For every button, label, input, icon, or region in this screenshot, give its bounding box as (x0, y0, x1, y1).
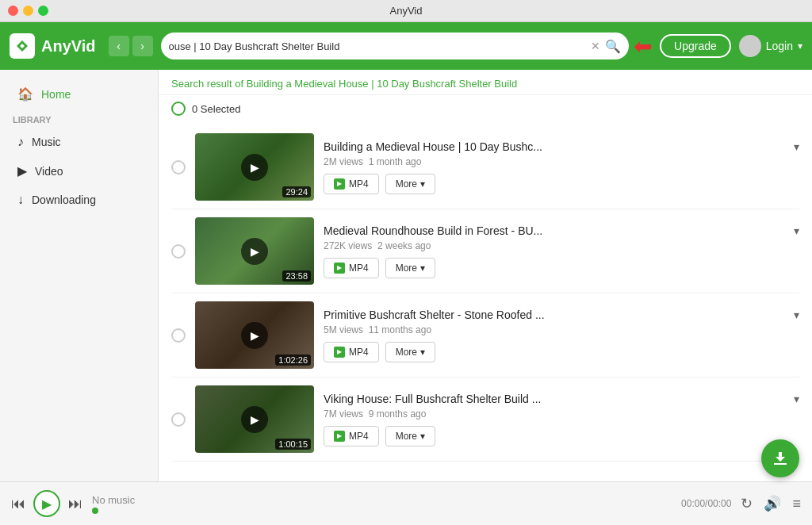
play-overlay-4[interactable]: ▶ (241, 406, 268, 433)
table-row: ▶ 23:58 Medieval Roundhouse Build in For… (171, 209, 799, 293)
video-info-2: Medieval Roundhouse Build in Forest - BU… (324, 224, 799, 278)
sidebar-item-music[interactable]: ♪ Music (5, 128, 153, 155)
sidebar-item-downloading-label: Downloading (32, 194, 96, 206)
video-icon: ▶ (17, 163, 27, 178)
more-button-4[interactable]: More ▾ (385, 426, 435, 446)
video-title-row-3: Primitive Bushcraft Shelter - Stone Roof… (324, 308, 799, 321)
more-button-2[interactable]: More ▾ (385, 258, 435, 278)
play-overlay-2[interactable]: ▶ (241, 238, 268, 265)
video-actions-4: ▶ MP4 More ▾ (324, 426, 799, 446)
mp4-icon-3: ▶ (334, 347, 345, 358)
sidebar-item-home[interactable]: 🏠 Home (5, 80, 153, 108)
search-icon-button[interactable]: 🔍 (605, 39, 621, 54)
back-button[interactable]: ‹ (109, 36, 129, 56)
video-select-3[interactable] (171, 328, 186, 343)
expand-button-2[interactable]: ▾ (794, 224, 799, 237)
video-duration-1: 29:24 (282, 186, 311, 197)
search-bar: ✕ 🔍 (161, 33, 629, 59)
sidebar-item-home-label: Home (41, 88, 71, 101)
video-thumbnail-3[interactable]: ▶ 1:02:26 (195, 301, 314, 369)
upgrade-button[interactable]: Upgrade (660, 34, 731, 58)
logo-area: AnyVid (10, 33, 96, 59)
mp4-button-3[interactable]: ▶ MP4 (324, 342, 379, 362)
download-fab-button[interactable] (761, 439, 799, 477)
player-right-controls: ↻ 🔊 ≡ (741, 495, 801, 512)
mp4-icon-1: ▶ (334, 178, 345, 190)
next-button[interactable]: ⏭ (68, 496, 82, 512)
no-music-label: No music (92, 494, 672, 506)
mp4-button-4[interactable]: ▶ MP4 (324, 426, 379, 446)
video-thumbnail-4[interactable]: ▶ 1:00:15 (195, 385, 314, 453)
chevron-down-icon: ▾ (420, 431, 425, 442)
video-select-4[interactable] (171, 412, 186, 427)
video-meta-2: 272K views 2 weeks ago (324, 240, 799, 251)
sidebar-item-music-label: Music (32, 136, 61, 148)
expand-button-3[interactable]: ▾ (794, 308, 799, 321)
video-meta-4: 7M views 9 months ago (324, 408, 799, 420)
video-title-row-1: Building a Medieval House | 10 Day Bushc… (324, 140, 799, 153)
select-all-circle[interactable] (171, 102, 186, 116)
library-label: Library (0, 109, 158, 128)
video-title-row-4: Viking House: Full Bushcraft Shelter Bui… (324, 393, 799, 405)
title-bar: AnyVid (0, 0, 812, 22)
search-result-prefix: Search result of (171, 78, 247, 90)
more-button-1[interactable]: More ▾ (385, 174, 435, 194)
play-overlay-3[interactable]: ▶ (241, 322, 268, 349)
playlist-button[interactable]: ≡ (792, 496, 801, 512)
video-thumbnail-1[interactable]: ▶ 29:24 (195, 133, 314, 201)
sidebar-item-downloading[interactable]: ↓ Downloading (5, 186, 153, 213)
volume-button[interactable]: 🔊 (764, 495, 781, 512)
download-icon: ↓ (17, 193, 24, 207)
video-duration-2: 23:58 (282, 270, 311, 282)
sidebar-item-video-label: Video (35, 165, 63, 178)
player-controls: ⏮ ▶ ⏭ (11, 490, 82, 517)
video-info-1: Building a Medieval House | 10 Day Bushc… (324, 140, 799, 194)
mp4-button-2[interactable]: ▶ MP4 (324, 258, 379, 278)
avatar (739, 35, 761, 57)
mp4-button-1[interactable]: ▶ MP4 (324, 174, 379, 194)
forward-button[interactable]: › (132, 36, 153, 56)
search-clear-button[interactable]: ✕ (591, 40, 600, 52)
selected-count: 0 Selected (192, 103, 240, 115)
progress-indicator (92, 508, 98, 514)
video-select-2[interactable] (171, 244, 186, 259)
video-select-1[interactable] (171, 160, 186, 174)
toolbar: AnyVid ‹ › ✕ 🔍 ⬅ Upgrade Login ▾ (0, 22, 812, 70)
sidebar-item-video[interactable]: ▶ Video (5, 157, 153, 185)
logo-icon (10, 33, 35, 59)
login-area[interactable]: Login ▾ (739, 35, 802, 57)
search-result-header: Search result of Building a Medieval Hou… (159, 70, 812, 95)
video-title-2: Medieval Roundhouse Build in Forest - BU… (324, 224, 542, 237)
search-result-query: Building a Medieval House | 10 Day Bushc… (247, 78, 518, 90)
video-title-4: Viking House: Full Bushcraft Shelter Bui… (324, 393, 541, 405)
mp4-icon-2: ▶ (334, 262, 345, 274)
logo-text: AnyVid (41, 37, 96, 56)
repeat-button[interactable]: ↻ (741, 495, 753, 512)
maximize-button[interactable] (38, 6, 48, 16)
video-info-4: Viking House: Full Bushcraft Shelter Bui… (324, 393, 799, 446)
close-button[interactable] (8, 6, 18, 16)
player-bar: ⏮ ▶ ⏭ No music 00:00/00:00 ↻ 🔊 ≡ (0, 481, 812, 525)
select-bar: 0 Selected (159, 95, 812, 122)
video-thumbnail-2[interactable]: ▶ 23:58 (195, 217, 314, 285)
login-label: Login (766, 40, 793, 52)
expand-button-1[interactable]: ▾ (794, 140, 799, 153)
window-controls[interactable] (8, 6, 48, 16)
nav-arrows[interactable]: ‹ › (109, 36, 153, 56)
more-button-3[interactable]: More ▾ (385, 342, 435, 362)
play-overlay-1[interactable]: ▶ (241, 154, 268, 181)
minimize-button[interactable] (23, 6, 33, 16)
prev-button[interactable]: ⏮ (11, 496, 25, 512)
video-actions-3: ▶ MP4 More ▾ (324, 342, 799, 362)
mp4-icon-4: ▶ (334, 431, 345, 442)
search-input[interactable] (169, 40, 586, 52)
chevron-down-icon: ▾ (420, 178, 425, 190)
track-info: No music (92, 494, 672, 514)
expand-button-4[interactable]: ▾ (794, 393, 799, 405)
chevron-down-icon: ▾ (798, 40, 802, 52)
table-row: ▶ 1:00:15 Viking House: Full Bushcraft S… (171, 377, 799, 462)
play-pause-button[interactable]: ▶ (33, 490, 60, 517)
chevron-down-icon: ▾ (420, 262, 425, 274)
home-icon: 🏠 (17, 86, 33, 102)
video-meta-3: 5M views 11 months ago (324, 324, 799, 335)
